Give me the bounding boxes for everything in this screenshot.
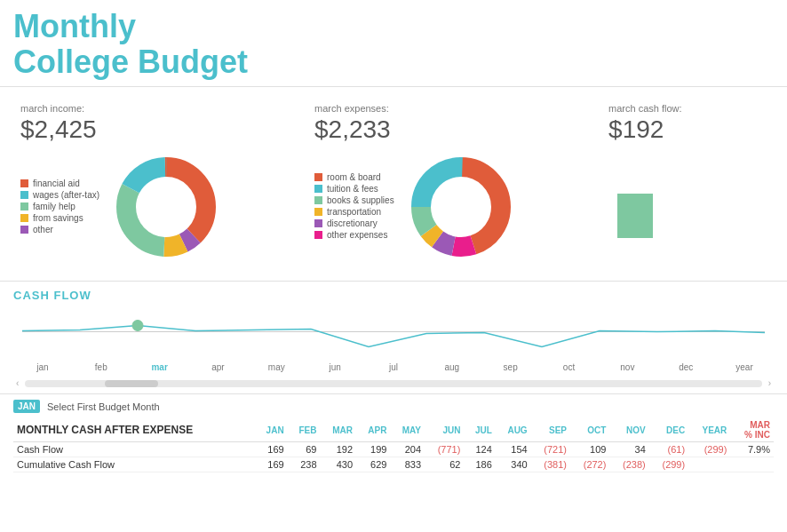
cashflow-panel: march cash flow: $192: [601, 96, 774, 272]
col-mar: MAR: [321, 418, 357, 442]
exp-legend-5: other expenses: [314, 230, 394, 240]
scroll-left-arrow[interactable]: ‹: [13, 378, 21, 388]
cell-cf-jan: 169: [255, 442, 288, 457]
cashflow-bar-area: [608, 149, 767, 238]
cell-cf-apr: 199: [356, 442, 390, 457]
cashflow-section: CASH FLOW jan feb mar apr may jun jul au…: [0, 282, 787, 394]
col-nov: NOV: [609, 418, 648, 442]
expenses-legend: room & board tuition & fees books & supp…: [314, 172, 394, 242]
expenses-chart-area: room & board tuition & fees books & supp…: [314, 149, 585, 265]
month-dec[interactable]: dec: [656, 362, 715, 372]
cell-cf-oct: 109: [570, 442, 609, 457]
col-year: YEAR: [688, 418, 730, 442]
top-section: march income: $2,425 financial aid wages…: [0, 87, 787, 282]
month-jan[interactable]: jan: [13, 362, 72, 372]
month-sep[interactable]: sep: [481, 362, 540, 372]
exp-dot-disc: [314, 219, 322, 227]
month-oct[interactable]: oct: [540, 362, 599, 372]
exp-label: room & board: [327, 172, 381, 182]
legend-item-1: wages (after-tax): [20, 190, 99, 200]
month-apr[interactable]: apr: [189, 362, 248, 372]
cell-cf-jul: 124: [464, 442, 495, 457]
section-title-header: Monthly Cash After Expense: [13, 418, 255, 442]
exp-dot-other: [314, 231, 322, 239]
cell-cf-mar: 192: [321, 442, 357, 457]
cell-ccf-mar: 430: [321, 457, 357, 472]
income-chart-area: financial aid wages (after-tax) family h…: [20, 149, 291, 265]
cell-cf-aug: 154: [496, 442, 531, 457]
legend-dot-wages: [20, 191, 28, 199]
svg-point-5: [139, 180, 193, 234]
cell-ccf-nov: (238): [609, 457, 648, 472]
scroll-thumb[interactable]: [105, 380, 158, 387]
exp-legend-4: discretionary: [314, 218, 394, 228]
cashflow-value: $192: [608, 115, 767, 144]
jan-badge: JAN: [13, 400, 40, 413]
income-label: march income:: [20, 103, 291, 114]
income-value: $2,425: [20, 115, 291, 144]
svg-point-12: [434, 180, 488, 234]
scroll-track[interactable]: [25, 380, 761, 387]
legend-label: other: [33, 225, 53, 234]
exp-label: books & supplies: [327, 195, 394, 205]
legend-label: wages (after-tax): [33, 190, 99, 200]
expenses-panel: march expenses: $2,233 room & board tuit…: [307, 96, 592, 272]
col-dec: DEC: [649, 418, 688, 442]
page-title: Monthly College Budget: [13, 9, 774, 79]
line-chart-svg: [13, 307, 774, 361]
select-budget-text[interactable]: Select First Budget Month: [47, 401, 160, 412]
col-apr: APR: [356, 418, 390, 442]
month-jul[interactable]: jul: [364, 362, 423, 372]
cell-ccf-apr: 629: [356, 457, 390, 472]
month-aug[interactable]: aug: [423, 362, 481, 372]
cell-ccf-oct: (272): [570, 457, 609, 472]
months-row: jan feb mar apr may jun jul aug sep oct …: [13, 361, 774, 376]
month-year[interactable]: year: [715, 362, 774, 372]
row-label-cumulative: Cumulative Cash Flow: [13, 457, 255, 472]
legend-dot-other: [20, 226, 28, 234]
cell-ccf-jan: 169: [255, 457, 288, 472]
col-jul: JUL: [464, 418, 495, 442]
exp-dot-books: [314, 196, 322, 204]
income-donut: [108, 149, 224, 265]
exp-legend-3: transportation: [314, 207, 394, 217]
legend-item-2: family help: [20, 202, 99, 211]
cell-cf-nov: 34: [609, 442, 648, 457]
col-jun: JUN: [425, 418, 464, 442]
legend-label: family help: [33, 202, 76, 211]
header: Monthly College Budget: [0, 0, 787, 87]
cell-ccf-jun: 62: [425, 457, 464, 472]
table-row-cashflow: Cash Flow 169 69 192 199 204 (771) 124 1…: [13, 442, 774, 457]
col-may: MAY: [390, 418, 425, 442]
scroll-right-arrow[interactable]: ›: [766, 378, 774, 388]
month-may[interactable]: may: [247, 362, 306, 372]
cell-cf-pct: 7.9%: [730, 442, 774, 457]
legend-label: from savings: [33, 213, 83, 223]
month-feb[interactable]: feb: [72, 362, 131, 372]
cell-cf-feb: 69: [288, 442, 321, 457]
table-header-row: JAN Select First Budget Month: [13, 400, 774, 413]
month-nov[interactable]: nov: [598, 362, 656, 372]
exp-legend-1: tuition & fees: [314, 184, 394, 194]
cell-cf-dec: (61): [649, 442, 688, 457]
table-row-cumulative: Cumulative Cash Flow 169 238 430 629 833…: [13, 457, 774, 472]
scrollbar-area: ‹ ›: [13, 376, 774, 393]
month-jun[interactable]: jun: [306, 362, 364, 372]
expenses-value: $2,233: [314, 115, 585, 144]
svg-point-14: [132, 321, 143, 331]
cashflow-bar: [617, 194, 653, 238]
exp-dot-transport: [314, 208, 322, 216]
legend-dot-family: [20, 202, 28, 210]
cell-cf-may: 204: [390, 442, 425, 457]
month-mar[interactable]: mar: [131, 362, 189, 372]
table-section: JAN Select First Budget Month Monthly Ca…: [0, 394, 787, 481]
cashflow-chart-title: CASH FLOW: [13, 289, 774, 302]
page: Monthly College Budget march income: $2,…: [0, 0, 787, 532]
legend-item-3: from savings: [20, 213, 99, 223]
cashflow-label: march cash flow:: [608, 103, 767, 114]
exp-dot-room: [314, 173, 322, 181]
legend-dot-savings: [20, 214, 28, 222]
cell-ccf-may: 833: [390, 457, 425, 472]
exp-label: discretionary: [327, 218, 378, 228]
budget-table: Monthly Cash After Expense JAN FEB MAR A…: [13, 418, 774, 472]
